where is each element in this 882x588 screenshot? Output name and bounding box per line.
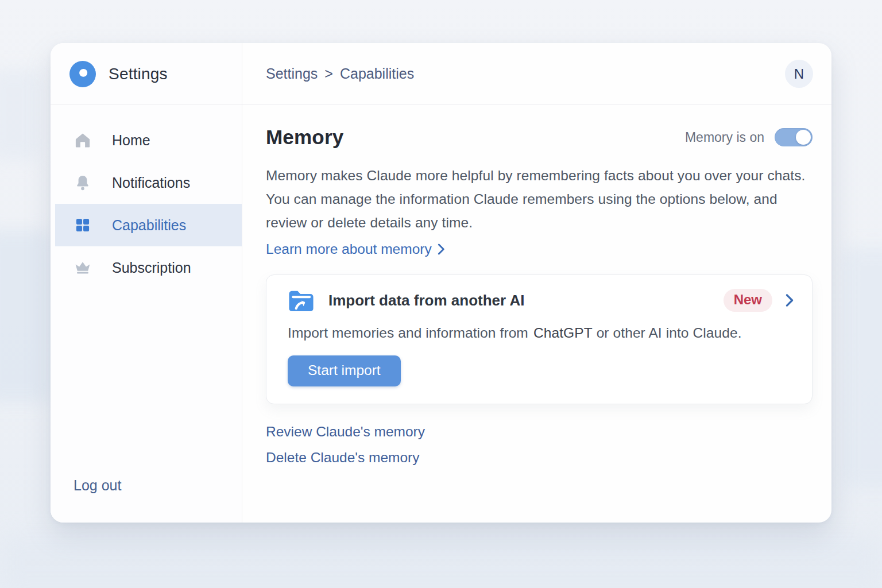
memory-settings-section: Memory Memory is on Memory makes Claude … <box>242 105 831 466</box>
sidebar: Settings Home Notifications <box>51 43 242 523</box>
import-card-header: Import data from another AI New <box>288 288 795 313</box>
claude-logo-icon <box>69 61 96 87</box>
import-data-card[interactable]: Import data from another AI New Import m… <box>266 274 813 404</box>
sidebar-item-notifications[interactable]: Notifications <box>51 161 242 204</box>
home-icon <box>74 131 92 149</box>
sidebar-title: Settings <box>109 65 168 83</box>
memory-links: Review Claude's memory Delete Claude's m… <box>266 424 813 466</box>
memory-title-row: Memory Memory is on <box>266 126 813 149</box>
main-header: Settings > Capabilities N <box>242 43 831 105</box>
sidebar-header: Settings <box>51 43 242 105</box>
sidebar-item-label: Notifications <box>112 175 190 191</box>
import-card-title: Import data from another AI <box>328 292 524 310</box>
sidebar-item-label: Home <box>112 132 150 149</box>
memory-toggle-knob <box>796 130 811 145</box>
memory-toggle-row: Memory is on <box>685 128 813 146</box>
breadcrumb-root[interactable]: Settings <box>266 65 318 82</box>
breadcrumb-separator: > <box>324 65 333 82</box>
sidebar-item-label: Subscription <box>112 260 191 276</box>
import-desc-brand: ChatGPT <box>533 325 593 341</box>
sidebar-item-label: Capabilities <box>112 217 186 234</box>
breadcrumb-current: Capabilities <box>340 65 414 82</box>
chevron-right-icon <box>436 243 446 256</box>
review-memory-link[interactable]: Review Claude's memory <box>266 424 425 440</box>
sidebar-item-capabilities[interactable]: Capabilities <box>55 204 242 246</box>
background-blur-shape <box>842 247 882 488</box>
breadcrumb: Settings > Capabilities <box>266 65 414 82</box>
log-out-link[interactable]: Log out <box>74 477 242 494</box>
chevron-right-icon[interactable] <box>784 293 795 308</box>
background-blur-shape <box>0 534 882 588</box>
import-card-header-right: New <box>724 289 795 312</box>
bell-icon <box>74 174 92 191</box>
memory-toggle[interactable] <box>775 128 813 146</box>
crown-icon <box>74 260 92 275</box>
sidebar-item-subscription[interactable]: Subscription <box>51 246 242 289</box>
import-card-description: Import memories and information fromChat… <box>288 325 795 341</box>
sidebar-nav: Home Notifications <box>51 105 242 289</box>
sidebar-spacer <box>51 289 242 477</box>
start-import-button[interactable]: Start import <box>288 355 401 386</box>
memory-toggle-label: Memory is on <box>685 130 764 145</box>
import-desc-prefix: Import memories and information from <box>288 325 528 341</box>
page-title: Memory <box>266 126 343 149</box>
sidebar-item-home[interactable]: Home <box>51 119 242 161</box>
new-badge: New <box>724 289 772 312</box>
memory-description: Memory makes Claude more helpful by reme… <box>266 164 811 234</box>
background-blur-shape <box>0 230 52 402</box>
main-area: Settings > Capabilities N Memory Memory … <box>242 43 831 523</box>
delete-memory-link[interactable]: Delete Claude's memory <box>266 450 419 466</box>
folder-import-icon <box>288 288 315 313</box>
settings-dialog: Settings Home Notifications <box>51 43 831 523</box>
capabilities-grid-icon <box>74 217 92 233</box>
learn-more-label: Learn more about memory <box>266 241 432 257</box>
avatar[interactable]: N <box>785 60 813 88</box>
import-desc-suffix: or other AI into Claude. <box>593 325 742 341</box>
background-blur-shape <box>0 69 40 161</box>
learn-more-link[interactable]: Learn more about memory <box>266 241 446 257</box>
